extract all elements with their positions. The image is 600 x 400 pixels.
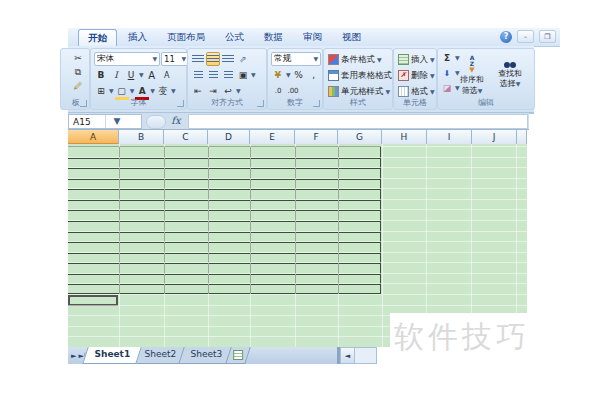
find-select-icon bbox=[504, 62, 516, 68]
italic-button[interactable]: I bbox=[109, 68, 123, 82]
gridline bbox=[208, 144, 209, 347]
table-border bbox=[68, 221, 380, 222]
column-header-G[interactable]: G bbox=[338, 130, 382, 145]
align-left-button[interactable] bbox=[191, 68, 205, 82]
grow-font-button[interactable]: A bbox=[145, 68, 159, 82]
number-dialog-launcher[interactable] bbox=[313, 100, 320, 107]
clipboard-dialog-launcher[interactable] bbox=[80, 100, 87, 107]
column-header-D[interactable]: D bbox=[208, 130, 250, 145]
cut-icon[interactable]: ✂ bbox=[71, 51, 85, 65]
horizontal-scrollbar[interactable] bbox=[355, 347, 377, 364]
gridline bbox=[68, 305, 527, 306]
gridline bbox=[295, 144, 296, 347]
font-size-select[interactable]: 11▼ bbox=[161, 52, 189, 66]
column-header-A[interactable]: A bbox=[68, 130, 119, 145]
help-icon[interactable]: ? bbox=[500, 31, 512, 43]
column-header-H[interactable]: H bbox=[382, 130, 427, 145]
ribbon-group-alignment: ⇗ ▣▼ ⇤ ⇥ ↩▼ 对齐方式 bbox=[187, 48, 267, 110]
cell-styles-icon bbox=[328, 86, 339, 97]
sort-filter-button[interactable]: AZ ▼ 排序和 筛选▼ bbox=[460, 55, 484, 94]
number-format-select[interactable]: 常规▼ bbox=[271, 52, 321, 66]
decrease-decimal-button[interactable]: .00 bbox=[286, 84, 300, 98]
increase-decimal-button[interactable]: .0 bbox=[271, 84, 285, 98]
shrink-font-button[interactable]: A bbox=[160, 68, 174, 82]
table-border bbox=[68, 179, 380, 180]
column-header-partial[interactable] bbox=[517, 130, 527, 145]
find-select-button[interactable]: 查找和 选择▼ bbox=[498, 62, 522, 88]
ribbon-group-number: 常规▼ ¥▼ % , .0 .00 数字 bbox=[267, 48, 323, 110]
format-painter-icon[interactable]: 🖉 bbox=[71, 79, 85, 93]
ribbon-tab-审阅[interactable]: 审阅 bbox=[294, 29, 331, 46]
sheet-tab-sheet1[interactable]: Sheet1 bbox=[82, 347, 141, 364]
gridline bbox=[68, 178, 527, 179]
minimize-button[interactable]: – bbox=[517, 30, 534, 43]
gridline bbox=[68, 273, 527, 274]
table-border bbox=[68, 168, 380, 169]
insert-cells-button[interactable]: 插入▼ bbox=[397, 53, 436, 66]
ribbon-tab-开始[interactable]: 开始 bbox=[78, 29, 117, 46]
column-header-E[interactable]: E bbox=[250, 130, 295, 145]
phonetic-guide-button[interactable]: 变 bbox=[156, 84, 170, 98]
delete-cells-button[interactable]: ✗ 删除▼ bbox=[397, 69, 436, 82]
gridline bbox=[68, 231, 527, 232]
ribbon-group-clipboard: ✂ ⧉ 🖉 板 bbox=[60, 48, 90, 110]
scroll-left-button[interactable]: ◄ bbox=[340, 347, 355, 364]
increase-indent-button[interactable]: ⇥ bbox=[206, 84, 220, 98]
table-border bbox=[68, 274, 380, 275]
fill-color-button[interactable]: ▢ bbox=[115, 84, 129, 98]
ribbon-tab-视图[interactable]: 视图 bbox=[333, 29, 370, 46]
comma-format-button[interactable]: , bbox=[307, 68, 321, 82]
percent-format-button[interactable]: % bbox=[292, 68, 306, 82]
font-name-select[interactable]: 宋体▼ bbox=[94, 52, 160, 66]
format-as-table-button[interactable]: 套用表格格式▼ bbox=[327, 69, 400, 82]
align-bottom-button[interactable] bbox=[221, 52, 235, 66]
ribbon-tab-插入[interactable]: 插入 bbox=[119, 29, 156, 46]
cells-group-label: 单元格 bbox=[394, 97, 436, 108]
sort-filter-icon: AZ ▼ bbox=[469, 55, 474, 74]
column-header-F[interactable]: F bbox=[295, 130, 338, 145]
column-header-B[interactable]: B bbox=[119, 130, 164, 145]
excel-window: 开始插入页面布局公式数据审阅视图 ? – ❐ ✂ ⧉ 🖉 板 宋体▼ 11▼ bbox=[0, 0, 600, 400]
chevron-down-icon: ▼ bbox=[110, 117, 142, 126]
restore-button[interactable]: ❐ bbox=[539, 30, 556, 43]
column-header-C[interactable]: C bbox=[164, 130, 208, 145]
ribbon-tab-数据[interactable]: 数据 bbox=[255, 29, 292, 46]
align-top-button[interactable] bbox=[191, 52, 205, 66]
delete-cells-icon: ✗ bbox=[398, 70, 409, 81]
table-border bbox=[68, 158, 380, 159]
name-box[interactable]: A15 ▼ bbox=[68, 114, 142, 129]
bold-button[interactable]: B bbox=[94, 68, 108, 82]
alignment-dialog-launcher[interactable] bbox=[257, 100, 264, 107]
orientation-button[interactable]: ⇗ bbox=[236, 52, 250, 66]
tab-next-icon[interactable]: ► bbox=[71, 352, 76, 360]
decrease-indent-button[interactable]: ⇤ bbox=[191, 84, 205, 98]
borders-button[interactable]: ⊞ bbox=[94, 84, 108, 98]
ribbon: ✂ ⧉ 🖉 板 宋体▼ 11▼ B I U ▼ A A bbox=[68, 46, 534, 114]
insert-function-button[interactable]: fx bbox=[168, 114, 184, 127]
column-header-J[interactable]: J bbox=[472, 130, 517, 145]
conditional-formatting-button[interactable]: 条件格式▼ bbox=[327, 53, 383, 66]
gridline bbox=[68, 294, 527, 295]
align-right-button[interactable] bbox=[221, 68, 235, 82]
currency-format-button[interactable]: ¥ bbox=[271, 68, 285, 82]
copy-icon[interactable]: ⧉ bbox=[71, 65, 85, 79]
column-header-I[interactable]: I bbox=[427, 130, 472, 145]
ribbon-group-cells: 插入▼ ✗ 删除▼ 格式▼ 单元格 bbox=[393, 48, 437, 110]
font-dialog-launcher[interactable] bbox=[177, 100, 184, 107]
autosum-button[interactable]: Σ bbox=[440, 51, 454, 65]
wrap-text-button[interactable]: ↩ bbox=[221, 84, 235, 98]
merge-center-button[interactable]: ▣ bbox=[236, 68, 250, 82]
align-middle-button[interactable] bbox=[206, 52, 220, 66]
insert-worksheet-tab[interactable] bbox=[226, 347, 252, 364]
font-color-button[interactable]: A bbox=[135, 84, 149, 98]
ribbon-tabs: 开始插入页面布局公式数据审阅视图 bbox=[78, 29, 370, 46]
formula-input[interactable] bbox=[188, 114, 528, 129]
align-center-button[interactable] bbox=[206, 68, 220, 82]
fill-button[interactable]: ⬇ bbox=[440, 66, 454, 80]
underline-button[interactable]: U bbox=[124, 68, 138, 82]
chevron-down-icon: ▼ bbox=[139, 72, 144, 78]
sheet-tabs: Sheet1Sheet2Sheet3 bbox=[89, 347, 230, 364]
ribbon-tab-页面布局[interactable]: 页面布局 bbox=[158, 29, 214, 46]
ribbon-tab-公式[interactable]: 公式 bbox=[216, 29, 253, 46]
clear-button[interactable]: ◪ bbox=[440, 81, 454, 95]
